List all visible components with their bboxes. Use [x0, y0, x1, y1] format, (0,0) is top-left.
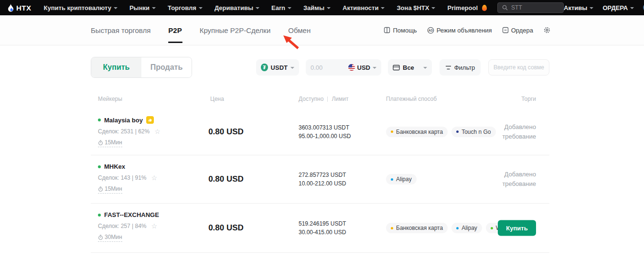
topnav-activities[interactable]: Активности: [343, 4, 385, 11]
offer-row: FAST--EXCHANGE Сделок: 257 | 84% 30Мин 0…: [91, 203, 549, 253]
chevron-down-icon: [256, 7, 259, 9]
filter-button[interactable]: Фильтр: [440, 59, 481, 76]
bank-card-icon: [393, 65, 400, 71]
payment-pill: Банковская карта: [386, 223, 448, 233]
chevron-down-icon: [288, 7, 291, 9]
book-icon: [384, 27, 390, 33]
svg-text:AD: AD: [428, 29, 433, 32]
limit-range: 10.00-212.00 USD: [299, 179, 346, 188]
trade-cell: Купить: [498, 220, 536, 236]
fire-icon: [482, 5, 487, 11]
amount-input[interactable]: [311, 64, 340, 71]
header-trade: Торги: [521, 96, 536, 102]
available-amount: 272.857723 USDT: [299, 171, 346, 179]
maker-cell: Malaysia boy Сделок: 2531 | 62% 15Мин: [98, 116, 161, 147]
help-link[interactable]: Помощь: [384, 27, 417, 34]
online-dot-icon: [98, 119, 101, 121]
topbar-search[interactable]: [497, 2, 564, 13]
offer-row: MHKex Сделок: 143 | 91% 15Мин 0.80 USD 2…: [91, 155, 549, 203]
payment-dot-icon: [391, 130, 393, 133]
payment-window: 30Мин: [98, 234, 122, 242]
orders-link[interactable]: Ордера: [502, 27, 533, 34]
topnav-primepool[interactable]: Primepool: [447, 4, 487, 11]
orders-menu[interactable]: ОРДЕРА: [602, 4, 634, 11]
chevron-down-icon: [199, 7, 203, 9]
chevron-down-icon: [423, 67, 427, 69]
price-cell: 0.80 USD: [195, 127, 257, 137]
payment-window: 15Мин: [98, 185, 122, 194]
online-dot-icon: [98, 165, 101, 168]
search-input[interactable]: [511, 4, 559, 11]
payment-dot-icon: [391, 178, 393, 181]
payment-window: 15Мин: [98, 139, 122, 147]
payment-dot-icon: [491, 227, 493, 229]
offer-row: Malaysia boy Сделок: 2531 | 62% 15Мин 0.…: [91, 108, 549, 155]
available-limit-cell: 519.246195 USDT 30.00-415.00 USD: [299, 219, 346, 237]
ad-mode-link[interactable]: AD Режим объявления: [427, 27, 492, 34]
chevron-down-icon: [630, 7, 634, 9]
payment-dot-icon: [456, 227, 459, 229]
buy-button[interactable]: Купить: [498, 220, 536, 236]
price-cell: 0.80 USD: [195, 223, 257, 233]
assets-menu[interactable]: Активы: [564, 4, 593, 11]
tab-exchange[interactable]: Обмен: [288, 15, 311, 45]
payment-pill: Alipay: [451, 223, 482, 233]
payment-pill: Банковская карта: [386, 127, 448, 137]
code-input-box: [488, 59, 549, 76]
maker-name[interactable]: MHKex: [98, 163, 157, 170]
header-payment: Платежный способ: [386, 96, 437, 102]
maker-stats: Сделок: 143 | 91%: [98, 174, 157, 181]
payment-method-select[interactable]: Все: [388, 59, 432, 76]
header-divider: [327, 97, 328, 102]
chevron-down-icon: [431, 7, 435, 9]
usdt-icon: ₮: [261, 64, 268, 71]
htx-logo[interactable]: HTX: [7, 3, 32, 12]
price-cell: 0.80 USD: [195, 174, 257, 184]
usa-flag-icon: [348, 64, 355, 71]
favorite-star-icon[interactable]: [151, 174, 158, 181]
maker-stats: Сделок: 257 | 84%: [98, 223, 159, 229]
cooperation-code-input[interactable]: [494, 60, 544, 75]
p2p-subnav: Быстрая торговля P2P Крупные P2P-Сделки …: [0, 15, 644, 45]
amount-fiat-box: USD: [306, 59, 381, 76]
htx-flame-icon: [7, 3, 15, 12]
header-price: Цена: [210, 96, 224, 102]
fiat-select[interactable]: USD: [348, 64, 376, 71]
favorite-star-icon[interactable]: [151, 223, 158, 229]
topnav-loans[interactable]: Займы: [303, 4, 331, 11]
topnav-earn[interactable]: Earn: [271, 4, 291, 11]
available-limit-cell: 3603.007313 USDT 95.00-1,000.00 USD: [299, 123, 351, 141]
logo-text: HTX: [16, 4, 32, 12]
asset-select[interactable]: ₮ USDT: [256, 59, 299, 76]
topnav-htx-zone[interactable]: Зона $HTX: [397, 4, 435, 11]
favorite-star-icon[interactable]: [154, 128, 161, 135]
buy-tab[interactable]: Купить: [91, 57, 141, 77]
chevron-down-icon: [152, 7, 156, 9]
requirement-note: Добавлено требование: [483, 122, 536, 141]
limit-range: 30.00-415.00 USD: [299, 228, 346, 237]
sell-tab[interactable]: Продать: [141, 57, 192, 77]
topnav-trade[interactable]: Торговля: [168, 4, 203, 11]
maker-name[interactable]: Malaysia boy: [98, 116, 161, 124]
clock-icon: [98, 235, 103, 240]
topnav-derivatives[interactable]: Деривативы: [215, 4, 259, 11]
chevron-down-icon: [290, 67, 294, 69]
thumbs-up-badge-icon: [146, 116, 154, 124]
online-dot-icon: [98, 214, 101, 217]
chevron-down-icon: [373, 67, 376, 69]
clock-icon: [98, 140, 103, 145]
settings-gear-icon[interactable]: [543, 26, 551, 34]
topnav-markets[interactable]: Рынки: [129, 4, 156, 11]
maker-cell: FAST--EXCHANGE Сделок: 257 | 84% 30Мин: [98, 211, 159, 242]
tab-express-trade[interactable]: Быстрая торговля: [91, 15, 150, 45]
tab-p2p[interactable]: P2P: [168, 15, 182, 45]
tab-block-trade[interactable]: Крупные P2P-Сделки: [200, 15, 271, 45]
trade-cell: Добавлено требование: [483, 122, 536, 141]
maker-name[interactable]: FAST--EXCHANGE: [98, 211, 159, 218]
maker-stats: Сделок: 2531 | 62%: [98, 128, 161, 135]
payment-pill: Alipay: [386, 174, 417, 184]
topbar-right: Активы ОРДЕРА 1: [564, 3, 644, 12]
topnav-buy-crypto[interactable]: Купить криптовалюту: [44, 4, 118, 11]
header-available-limit: ДоступноЛимит: [299, 96, 348, 102]
maker-cell: MHKex Сделок: 143 | 91% 15Мин: [98, 163, 157, 194]
